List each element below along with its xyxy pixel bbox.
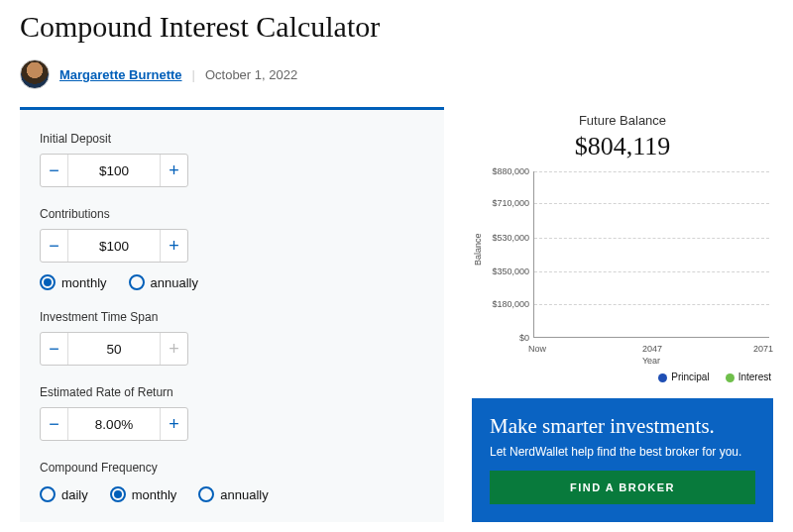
radio-label: daily [61, 487, 88, 502]
field-initial-deposit: Initial Deposit − $100 + [40, 132, 424, 187]
y-tick: $530,000 [484, 233, 529, 243]
radio-label: monthly [61, 275, 107, 290]
legend-interest: Interest [726, 372, 771, 382]
y-tick: $350,000 [484, 266, 529, 276]
initial-deposit-stepper: − $100 + [40, 154, 188, 187]
contributions-freq-monthly[interactable]: monthly [40, 274, 107, 290]
legend-principal: Principal [658, 372, 709, 382]
x-tick: 2071 [753, 344, 773, 354]
time-span-stepper: − 50 + [40, 332, 188, 366]
radio-on-icon [40, 274, 56, 290]
rate-stepper: − 8.00% + [40, 407, 188, 441]
compound-freq-daily[interactable]: daily [40, 486, 88, 502]
x-axis-label: Year [533, 356, 769, 366]
compound-freq-annually[interactable]: annually [198, 486, 268, 502]
compound-freq-monthly[interactable]: monthly [110, 486, 177, 502]
radio-label: monthly [132, 487, 177, 502]
initial-deposit-decrement[interactable]: − [41, 155, 68, 186]
contributions-freq-annually[interactable]: annually [129, 274, 198, 290]
rate-label: Estimated Rate of Return [40, 385, 424, 399]
time-span-decrement[interactable]: − [41, 333, 68, 365]
author-avatar [20, 59, 50, 89]
y-tick: $0 [484, 333, 529, 343]
chart-legend: Principal Interest [472, 372, 771, 382]
byline: Margarette Burnette | October 1, 2022 [20, 59, 773, 89]
promo-card: Make smarter investments. Let NerdWallet… [472, 398, 773, 522]
x-tick: 2047 [642, 344, 662, 354]
contributions-freq-group: monthly annually [40, 274, 424, 290]
publish-date: October 1, 2022 [205, 67, 297, 82]
promo-sub: Let NerdWallet help find the best broker… [490, 445, 755, 459]
contributions-decrement[interactable]: − [41, 230, 68, 262]
rate-increment[interactable]: + [160, 408, 187, 440]
time-span-label: Investment Time Span [40, 310, 424, 324]
future-balance-title: Future Balance [472, 113, 773, 128]
radio-on-icon [110, 486, 126, 502]
contributions-stepper: − $100 + [40, 229, 188, 263]
contributions-value[interactable]: $100 [68, 230, 160, 262]
find-a-broker-button[interactable]: FIND A BROKER [490, 471, 755, 504]
rate-value[interactable]: 8.00% [68, 408, 160, 440]
compound-freq-label: Compound Frequency [40, 461, 424, 475]
contributions-label: Contributions [40, 207, 424, 221]
field-time-span: Investment Time Span − 50 + [40, 310, 424, 366]
field-compound-freq: Compound Frequency daily monthly annuall… [40, 461, 424, 502]
chart-plot-area [533, 171, 769, 338]
radio-off-icon [129, 274, 145, 290]
radio-label: annually [151, 275, 198, 290]
radio-off-icon [198, 486, 214, 502]
y-tick: $880,000 [484, 166, 529, 176]
field-rate: Estimated Rate of Return − 8.00% + [40, 385, 424, 441]
results-column: Future Balance $804,119 Balance $0$180,0… [472, 107, 773, 522]
y-tick: $710,000 [484, 198, 529, 208]
time-span-value[interactable]: 50 [68, 333, 160, 365]
x-tick: Now [528, 344, 546, 354]
radio-off-icon [40, 486, 56, 502]
promo-headline: Make smarter investments. [490, 414, 755, 439]
byline-divider: | [192, 67, 195, 82]
initial-deposit-increment[interactable]: + [160, 155, 187, 186]
field-contributions: Contributions − $100 + monthly annually [40, 207, 424, 290]
future-balance-amount: $804,119 [472, 132, 773, 161]
calculator-panel: Initial Deposit − $100 + Contributions −… [20, 107, 444, 522]
y-axis-label: Balance [473, 233, 483, 266]
chart-bars [534, 171, 769, 337]
time-span-increment[interactable]: + [160, 333, 187, 365]
initial-deposit-label: Initial Deposit [40, 132, 424, 146]
rate-decrement[interactable]: − [41, 408, 68, 440]
compound-freq-group: daily monthly annually [40, 486, 424, 502]
page-title: Compound Interest Calculator [20, 10, 773, 44]
balance-chart: Balance $0$180,000$350,000$530,000$710,0… [484, 171, 769, 360]
author-link[interactable]: Margarette Burnette [59, 67, 182, 82]
radio-label: annually [220, 487, 268, 502]
initial-deposit-value[interactable]: $100 [68, 155, 160, 186]
contributions-increment[interactable]: + [160, 230, 187, 262]
y-tick: $180,000 [484, 299, 529, 309]
